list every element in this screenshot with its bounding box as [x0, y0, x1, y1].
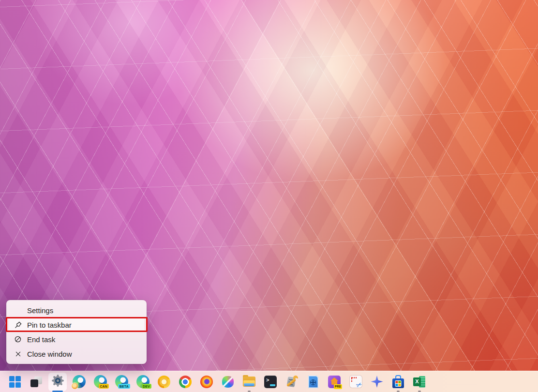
taskbar-item-snipping-tool[interactable]: ✂ — [345, 371, 366, 392]
menu-item-label: End task — [27, 335, 55, 344]
running-app-indicator — [418, 391, 421, 392]
taskbar-item-powertoys[interactable] — [281, 371, 302, 392]
task-view-icon — [30, 376, 42, 388]
menu-item-close-window[interactable]: Close window — [9, 347, 144, 361]
pin-icon — [13, 321, 23, 329]
taskbar-item-file-explorer[interactable] — [239, 371, 260, 392]
taskbar-item-html-document[interactable] — [302, 371, 324, 392]
taskbar-item-excel[interactable]: X — [409, 371, 430, 392]
excel-x-glyph: X — [413, 377, 421, 386]
globe-icon — [310, 379, 316, 385]
taskbar-item-settings[interactable] — [47, 371, 68, 392]
terminal-prompt-glyph: > — [266, 377, 269, 383]
edge-dev-icon: DEV — [136, 375, 149, 388]
edge-profile-badge — [72, 383, 78, 389]
taskbar-item-dev-home[interactable]: PRE — [324, 371, 345, 392]
running-app-indicator — [248, 391, 251, 392]
taskbar-item-edge-canary[interactable]: CAN — [90, 371, 111, 392]
powertoys-wrench-icon — [285, 376, 298, 388]
chrome-icon — [179, 376, 192, 388]
taskbar-item-copilot-sparkle[interactable] — [366, 371, 388, 392]
menu-item-pin-to-taskbar[interactable]: Pin to taskbar — [9, 317, 144, 332]
close-icon — [13, 350, 23, 358]
menu-item-end-task[interactable]: End task — [9, 332, 144, 347]
menu-item-label: Close window — [27, 350, 72, 358]
taskbar-item-edge-dev[interactable]: DEV — [132, 371, 153, 392]
microsoft-store-bag-icon — [392, 375, 404, 388]
settings-gear-icon — [51, 374, 64, 389]
taskbar-items: CAN BETA DEV — [0, 371, 538, 392]
chrome-canary-icon — [158, 376, 170, 388]
sparkle-icon — [371, 376, 383, 388]
terminal-icon: > — [264, 376, 277, 388]
edge-icon — [73, 375, 86, 388]
taskbar: CAN BETA DEV — [0, 371, 538, 392]
scissors-glyph: ✂ — [355, 380, 363, 389]
dev-home-house-icon: PRE — [328, 376, 341, 388]
taskbar-item-chrome[interactable] — [175, 371, 196, 392]
windows-start-icon — [9, 376, 21, 388]
taskbar-item-chrome-canary[interactable] — [153, 371, 175, 392]
beta-badge: BETA — [118, 384, 130, 389]
active-app-indicator — [52, 391, 63, 392]
menu-item-label: Settings — [27, 306, 53, 315]
preview-badge: PRE — [334, 384, 342, 389]
taskbar-context-menu: Settings Pin to taskbar End task — [6, 300, 147, 364]
edge-beta-icon: BETA — [115, 375, 128, 388]
desktop: Settings Pin to taskbar End task — [0, 0, 538, 392]
taskbar-item-microsoft-store[interactable] — [388, 371, 409, 392]
file-explorer-folder-icon — [243, 377, 255, 387]
firefox-icon — [200, 376, 213, 388]
edge-canary-icon: CAN — [94, 375, 107, 388]
excel-icon: X — [413, 376, 426, 388]
running-app-indicator — [397, 391, 400, 392]
web-document-icon — [308, 376, 318, 388]
taskbar-item-task-view[interactable] — [26, 371, 47, 392]
snipping-tool-icon: ✂ — [350, 376, 362, 388]
taskbar-item-edge-beta[interactable]: BETA — [111, 371, 132, 392]
taskbar-item-terminal[interactable]: > — [260, 371, 281, 392]
copilot-icon — [222, 376, 234, 388]
dev-badge: DEV — [142, 384, 151, 389]
taskbar-item-edge[interactable] — [68, 371, 90, 392]
taskbar-item-firefox[interactable] — [196, 371, 217, 392]
menu-item-label: Pin to taskbar — [27, 321, 72, 329]
taskbar-item-copilot[interactable] — [217, 371, 239, 392]
menu-item-settings[interactable]: Settings — [9, 303, 144, 317]
canary-badge: CAN — [99, 384, 109, 389]
prohibited-icon — [13, 335, 23, 343]
taskbar-item-start[interactable] — [4, 371, 26, 392]
